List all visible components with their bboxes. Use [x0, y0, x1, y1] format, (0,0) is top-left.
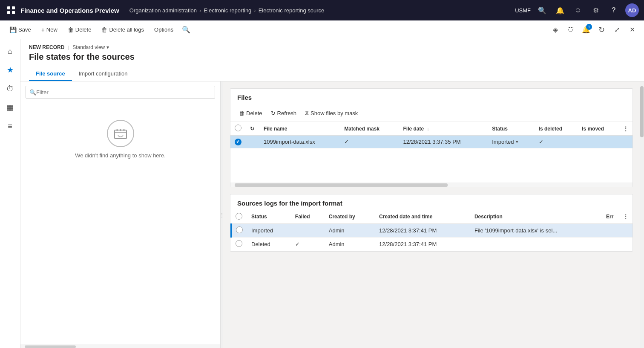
logs-col-failed[interactable]: Failed: [291, 210, 325, 224]
files-table-row[interactable]: ✓ 1099import-data.xlsx ✓ 12/28/2021 3:37…: [230, 136, 632, 148]
toolbar-right-icons: ◈ 🛡 🔔 1 ↻ ⤢ ✕: [549, 23, 639, 37]
logs-row2-more: [619, 237, 632, 251]
expand-icon[interactable]: ⤢: [610, 23, 624, 37]
svg-rect-3: [12, 11, 15, 14]
refresh-icon-toolbar[interactable]: ↻: [595, 23, 608, 37]
bell-icon[interactable]: 🔔: [554, 4, 566, 17]
logs-row1-more: [619, 223, 632, 237]
scrollbar-thumb[interactable]: [640, 86, 644, 137]
left-panel: 🔍 We didn: [20, 81, 221, 348]
breadcrumb-chevron-2: ›: [254, 7, 256, 14]
new-button[interactable]: + New: [37, 23, 62, 37]
app-grid-icon[interactable]: [5, 4, 17, 16]
logs-row2-date: 12/28/2021 3:37:41 PM: [375, 237, 470, 251]
select-all-radio[interactable]: [235, 125, 242, 131]
files-row-more: [619, 136, 632, 148]
logs-col-err[interactable]: Err: [602, 210, 619, 224]
files-col-filename[interactable]: File name: [259, 122, 340, 136]
logs-row2-radio[interactable]: [231, 237, 247, 251]
main-scrollbar[interactable]: [640, 81, 644, 348]
delete-all-logs-button[interactable]: 🗑 Delete all logs: [97, 23, 148, 37]
content-area: NEW RECORD | Standard view ▾ File states…: [20, 39, 644, 348]
logs-row1-radio-btn[interactable]: [236, 226, 243, 233]
files-col-status[interactable]: Status: [488, 122, 534, 136]
files-col-is-moved[interactable]: Is moved: [578, 122, 619, 136]
page-header: NEW RECORD | Standard view ▾ File states…: [20, 39, 644, 81]
logs-row1-failed: [291, 223, 325, 237]
logs-row1-date: 12/28/2021 3:37:41 PM: [375, 223, 470, 237]
files-table: ↻ File name Matched mask F: [230, 122, 632, 148]
tab-file-source[interactable]: File source: [29, 67, 72, 81]
logs-select-all-col[interactable]: [231, 210, 247, 224]
files-delete-button[interactable]: 🗑 Delete: [236, 107, 266, 119]
help-icon[interactable]: ?: [607, 4, 620, 17]
files-col-is-deleted[interactable]: Is deleted: [535, 122, 578, 136]
smiley-icon[interactable]: ☺: [572, 4, 584, 17]
logs-row2-err: [602, 237, 619, 251]
files-more-col[interactable]: ⋮: [619, 122, 632, 136]
org-label: USMF: [515, 7, 531, 14]
close-icon[interactable]: ✕: [625, 23, 639, 37]
page-title: File states for the sources: [29, 52, 635, 62]
breadcrumb-chevron-1: ›: [199, 7, 201, 14]
save-icon: 💾: [9, 26, 17, 33]
files-refresh-icon: ↻: [271, 110, 276, 116]
row-radio-checked[interactable]: ✓: [235, 139, 242, 145]
logs-section-title: Sources logs for the import format: [230, 194, 632, 210]
logs-row-2[interactable]: Deleted ✓ Admin 12/28/2021 3:37:41 PM: [231, 237, 633, 251]
breadcrumb-item-2[interactable]: Electronic reporting: [204, 7, 251, 14]
save-button[interactable]: 💾 Save: [5, 23, 35, 37]
sidebar-home-icon[interactable]: ⌂: [2, 43, 19, 60]
logs-col-created-by[interactable]: Created by: [325, 210, 375, 224]
sidebar-icons: ⌂ ★ ⏱ ▦ ≡: [0, 39, 20, 348]
delete-button[interactable]: 🗑 Delete: [63, 23, 96, 37]
record-label-area: NEW RECORD | Standard view ▾: [29, 44, 635, 50]
logs-row1-desc: File '1099import-data.xlsx' is sel...: [470, 223, 602, 237]
gear-icon-top[interactable]: ⚙: [589, 4, 602, 17]
view-selector[interactable]: Standard view ▾: [72, 44, 109, 50]
files-row-date: 12/28/2021 3:37:35 PM: [399, 136, 488, 148]
sidebar-dashboard-icon[interactable]: ▦: [2, 99, 19, 116]
files-toolbar: 🗑 Delete ↻ Refresh ⧖ Show files by mask: [230, 104, 632, 122]
notification-icon[interactable]: 🔔 1: [579, 23, 593, 37]
shield-icon[interactable]: 🛡: [564, 23, 578, 37]
files-col-matched-mask[interactable]: Matched mask: [340, 122, 399, 136]
logs-more-icon: ⋮: [623, 214, 628, 220]
files-row-radio[interactable]: ✓: [230, 136, 246, 148]
sidebar-star-icon[interactable]: ★: [2, 61, 19, 78]
files-delete-icon: 🗑: [239, 110, 244, 116]
toolbar-search-icon[interactable]: 🔍: [179, 23, 193, 37]
plus-icon: +: [41, 26, 45, 33]
logs-select-all-radio[interactable]: [236, 213, 242, 220]
status-dropdown[interactable]: Imported ▾: [492, 139, 530, 145]
tab-import-configuration[interactable]: Import configuration: [72, 67, 135, 81]
sidebar-recent-icon[interactable]: ⏱: [2, 80, 19, 97]
files-row-filename: 1099import-data.xlsx: [259, 136, 340, 148]
files-refresh-button[interactable]: ↻ Refresh: [267, 107, 300, 119]
logs-row-1[interactable]: Imported Admin 12/28/2021 3:37:41 PM Fil…: [231, 223, 633, 237]
breadcrumb: Organization administration › Electronic…: [129, 7, 512, 14]
svg-rect-0: [7, 6, 10, 9]
breadcrumb-item-1[interactable]: Organization administration: [129, 7, 197, 14]
status-dropdown-arrow[interactable]: ▾: [516, 139, 518, 145]
filter-input[interactable]: [36, 89, 211, 96]
logs-table: Status Failed Created by C: [230, 210, 632, 251]
show-files-by-mask-button[interactable]: ⧖ Show files by mask: [302, 107, 361, 119]
diamond-icon[interactable]: ◈: [549, 23, 562, 37]
logs-row1-created-by: Admin: [325, 223, 375, 237]
files-select-all-col[interactable]: [230, 122, 246, 136]
logs-col-status[interactable]: Status: [247, 210, 291, 224]
search-icon-top[interactable]: 🔍: [536, 4, 549, 17]
files-col-file-date[interactable]: File date ↓: [399, 122, 488, 136]
logs-row1-radio[interactable]: [231, 223, 247, 237]
more-vert-icon: ⋮: [623, 126, 628, 132]
avatar[interactable]: AD: [625, 3, 639, 17]
filter-search-icon: 🔍: [29, 89, 36, 96]
sidebar-list-icon[interactable]: ≡: [2, 118, 19, 135]
logs-more-col[interactable]: ⋮: [619, 210, 632, 224]
logs-row2-radio-btn[interactable]: [236, 240, 242, 247]
logs-col-created-date[interactable]: Created date and time: [375, 210, 470, 224]
logs-col-description[interactable]: Description: [470, 210, 602, 224]
breadcrumb-item-3[interactable]: Electronic reporting source: [259, 7, 325, 14]
options-button[interactable]: Options: [150, 23, 178, 37]
